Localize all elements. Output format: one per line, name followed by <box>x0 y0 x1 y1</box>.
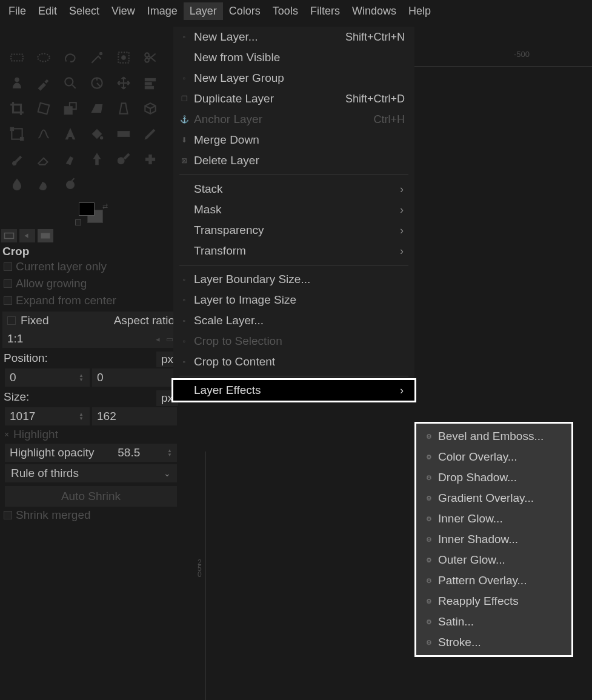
menu-image[interactable]: Image <box>141 2 184 20</box>
tool-scale[interactable] <box>57 96 84 121</box>
tool-move[interactable] <box>110 70 137 96</box>
position-y-input[interactable]: 0 <box>92 368 177 387</box>
close-icon[interactable]: × <box>4 430 10 439</box>
menu-edit[interactable]: Edit <box>32 2 63 20</box>
layer-menu-layer-effects[interactable]: Layer Effects› <box>173 380 414 401</box>
tool-ink[interactable] <box>84 147 110 172</box>
tool-foreground-select[interactable] <box>4 70 30 96</box>
tool-measure[interactable] <box>84 70 110 96</box>
layer-menu-delete-layer[interactable]: ⊠Delete Layer <box>173 150 414 171</box>
tool-perspective[interactable] <box>110 96 137 121</box>
opt-highlight-toggle[interactable]: × Highlight <box>2 425 179 444</box>
layer-menu-crop-to-content[interactable]: ▫Crop to Content <box>173 352 414 372</box>
opt-shrink-merged[interactable]: Shrink merged <box>2 507 179 524</box>
tool-heal[interactable] <box>137 147 164 172</box>
highlight-opacity-input[interactable]: Highlight opacity 58.5 ▲▼ <box>5 444 177 462</box>
menu-select[interactable]: Select <box>63 2 105 20</box>
tool-text[interactable] <box>57 121 84 147</box>
fx-drop-shadow[interactable]: ⚙Drop Shadow... <box>416 467 571 488</box>
tool-rect-select[interactable] <box>4 45 30 70</box>
ruler-vertical[interactable]: 250 <box>190 452 206 700</box>
layer-menu-transform[interactable]: Transform› <box>173 241 414 261</box>
fx-gradient-overlay[interactable]: ⚙Gradient Overlay... <box>416 488 571 508</box>
menu-windows[interactable]: Windows <box>346 2 402 20</box>
position-x-input[interactable]: 0▲▼ <box>5 368 90 387</box>
tool-color-picker[interactable] <box>30 70 57 96</box>
tool-dodge[interactable] <box>57 172 84 198</box>
fx-satin[interactable]: ⚙Satin... <box>416 612 571 632</box>
layer-menu-stack[interactable]: Stack› <box>173 179 414 199</box>
tool-crop[interactable] <box>4 96 30 121</box>
layer-menu-new-layer[interactable]: ▫New Layer...Shift+Ctrl+N <box>173 27 414 47</box>
menu-layer[interactable]: Layer <box>184 2 223 20</box>
tool-handle-transform[interactable] <box>4 121 30 147</box>
layer-menu-new-from-visible[interactable]: New from Visible <box>173 47 414 68</box>
tool-zoom[interactable] <box>57 70 84 96</box>
menu-tools[interactable]: Tools <box>267 2 304 20</box>
layer-menu-layer-boundary-size[interactable]: ▫Layer Boundary Size... <box>173 269 414 290</box>
layer-menu-merge-down[interactable]: ⬇Merge Down <box>173 130 414 150</box>
guides-mode-select[interactable]: Rule of thirds ⌄ <box>5 464 177 482</box>
menu-colors[interactable]: Colors <box>223 2 267 20</box>
opt-fixed-mode[interactable]: Aspect ratio <box>114 314 175 327</box>
stepper-icon[interactable]: ▲▼ <box>79 373 85 382</box>
fx-reapply-effects[interactable]: ⚙Reapply Effects <box>416 591 571 612</box>
menu-view[interactable]: View <box>105 2 141 20</box>
opt-ratio-row[interactable]: 1:1 ◂ ▭ <box>2 330 179 348</box>
menu-file[interactable]: File <box>2 2 32 20</box>
layer-menu-transparency[interactable]: Transparency› <box>173 220 414 241</box>
dock-tab-tool-options[interactable] <box>1 229 17 242</box>
tool-pencil[interactable] <box>137 121 164 147</box>
default-colors-icon[interactable] <box>75 219 81 225</box>
menu-help[interactable]: Help <box>402 2 437 20</box>
opt-current-layer-only[interactable]: Current layer only <box>2 258 179 275</box>
fx-outer-glow[interactable]: ⚙Outer Glow... <box>416 550 571 570</box>
size-h-input[interactable]: 162 <box>92 407 177 425</box>
color-swatches[interactable]: ⇄ <box>75 202 109 225</box>
fx-inner-glow[interactable]: ⚙Inner Glow... <box>416 508 571 529</box>
tool-shear[interactable] <box>84 96 110 121</box>
auto-shrink-button[interactable]: Auto Shrink <box>5 486 177 507</box>
tool-smudge[interactable] <box>30 172 57 198</box>
opt-ratio-value[interactable]: 1:1 <box>7 332 23 345</box>
tool-fuzzy-select[interactable] <box>84 45 110 70</box>
stepper-icon[interactable]: ▲▼ <box>167 448 172 457</box>
tool-rotate[interactable] <box>30 96 57 121</box>
tool-ellipse-select[interactable] <box>30 45 57 70</box>
tool-airbrush[interactable] <box>57 147 84 172</box>
fx-inner-shadow[interactable]: ⚙Inner Shadow... <box>416 529 571 550</box>
tool-mypaint[interactable] <box>110 147 137 172</box>
tool-free-select[interactable] <box>57 45 84 70</box>
tool-align[interactable] <box>137 70 164 96</box>
opt-allow-growing[interactable]: Allow growing <box>2 275 179 292</box>
stepper-icon[interactable]: ▲▼ <box>79 412 85 421</box>
tool-bucket[interactable] <box>84 121 110 147</box>
fg-color-swatch[interactable] <box>79 202 95 216</box>
layer-menu-scale-layer[interactable]: ▫Scale Layer... <box>173 310 414 331</box>
tool-scissors[interactable] <box>137 45 164 70</box>
layer-menu-layer-to-image-size[interactable]: ▫Layer to Image Size <box>173 290 414 310</box>
tool-eraser[interactable] <box>30 147 57 172</box>
fx-stroke[interactable]: ⚙Stroke... <box>416 632 571 653</box>
layer-menu-new-layer-group[interactable]: ▫New Layer Group <box>173 68 414 88</box>
tool-paintbrush[interactable] <box>4 147 30 172</box>
layer-menu-mask[interactable]: Mask› <box>173 199 414 220</box>
dock-tab-images[interactable] <box>38 229 53 242</box>
fx-bevel-and-emboss[interactable]: ⚙Bevel and Emboss... <box>416 426 571 447</box>
swap-colors-icon[interactable]: ⇄ <box>102 202 108 210</box>
orientation-portrait-icon[interactable]: ◂ <box>153 334 162 344</box>
tool-by-color[interactable] <box>110 45 137 70</box>
tool-3d-transform[interactable] <box>137 96 164 121</box>
tool-warp[interactable] <box>30 121 57 147</box>
ruler-horizontal[interactable]: -500 <box>414 48 592 67</box>
size-w-input[interactable]: 1017▲▼ <box>5 407 90 425</box>
dock-tab-undo[interactable] <box>19 229 35 242</box>
menu-filters[interactable]: Filters <box>304 2 346 20</box>
tool-blur[interactable] <box>4 172 30 198</box>
opt-fixed-row[interactable]: Fixed Aspect ratio <box>2 312 179 330</box>
tool-gradient[interactable] <box>110 121 137 147</box>
layer-menu-duplicate-layer[interactable]: ❐Duplicate LayerShift+Ctrl+D <box>173 88 414 109</box>
opt-expand-from-center[interactable]: Expand from center <box>2 292 179 309</box>
fx-pattern-overlay[interactable]: ⚙Pattern Overlay... <box>416 570 571 591</box>
fx-color-overlay[interactable]: ⚙Color Overlay... <box>416 447 571 467</box>
